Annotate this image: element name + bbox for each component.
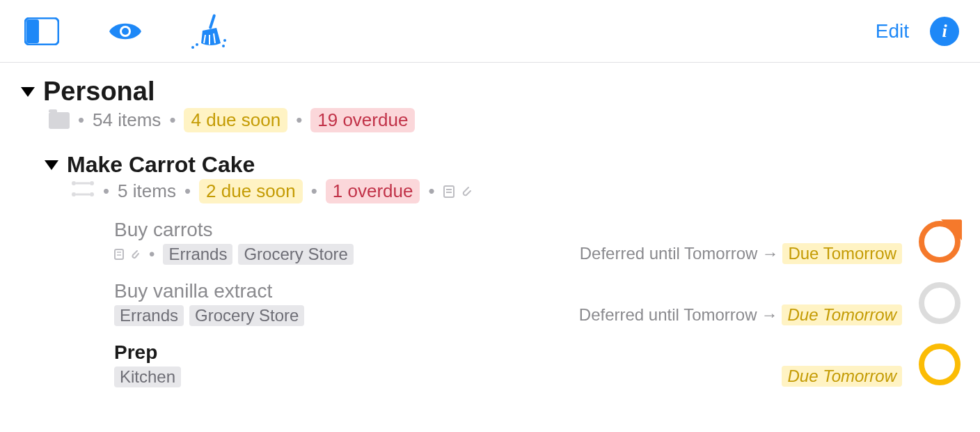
edit-button[interactable]: Edit (876, 20, 909, 43)
svg-rect-5 (209, 13, 216, 29)
task-status-circle[interactable] (919, 282, 961, 324)
svg-rect-1 (26, 20, 39, 43)
disclosure-triangle-icon[interactable] (45, 160, 58, 170)
note-icon (443, 185, 455, 198)
svg-point-10 (72, 181, 76, 185)
task-tag[interactable]: Errands (163, 244, 232, 265)
sidebar-toggle-icon[interactable] (21, 10, 63, 52)
task-title: Buy carrots (114, 219, 580, 241)
parallel-project-icon (71, 180, 95, 203)
task-meta: ErrandsGrocery Store (114, 305, 579, 326)
svg-point-15 (90, 192, 94, 196)
separator-dot: • (293, 109, 305, 131)
overdue-pill: 1 overdue (326, 179, 420, 203)
task-due-pill: Due Tomorrow (782, 366, 902, 387)
note-icon (114, 249, 124, 260)
task-row[interactable]: PrepKitchenDue Tomorrow (114, 341, 966, 387)
project-item-count: 5 items (118, 180, 176, 202)
folder-meta: • 54 items • 4 due soon • 19 overdue (49, 108, 966, 132)
svg-point-4 (122, 28, 129, 35)
toolbar-left (21, 10, 230, 52)
separator-dot: • (308, 180, 320, 202)
tasks-list: Buy carrots•ErrandsGrocery StoreDeferred… (45, 219, 966, 387)
task-due-pill: Due Tomorrow (782, 304, 902, 325)
separator-dot: • (182, 180, 193, 202)
attachment-icon (460, 185, 473, 198)
project-header[interactable]: Make Carrot Cake (45, 152, 966, 178)
arrow-icon: → (761, 244, 778, 263)
task-due-pill: Due Tomorrow (782, 243, 902, 264)
info-button[interactable]: i (930, 17, 959, 46)
task-defer-text: Deferred until Tomorrow (580, 244, 758, 263)
svg-point-8 (222, 45, 225, 47)
separator-dot: • (166, 109, 178, 131)
project-title: Make Carrot Cake (67, 152, 255, 178)
task-row[interactable]: Buy vanilla extractErrandsGrocery StoreD… (114, 280, 966, 326)
separator-dot: • (100, 180, 112, 202)
task-status-circle[interactable] (919, 344, 961, 385)
disclosure-triangle-icon[interactable] (21, 87, 35, 97)
task-dates: Deferred until Tomorrow→Due Tomorrow (579, 281, 902, 325)
task-defer-text: Deferred until Tomorrow (579, 305, 757, 325)
task-left: Buy carrots•ErrandsGrocery Store (114, 219, 580, 265)
svg-point-6 (196, 43, 198, 46)
toolbar: Edit i (0, 0, 980, 63)
cleanup-broom-icon[interactable] (188, 10, 230, 52)
svg-marker-2 (45, 27, 51, 36)
svg-point-9 (223, 39, 226, 42)
toolbar-right: Edit i (876, 17, 959, 46)
svg-rect-19 (115, 249, 123, 259)
overdue-pill: 19 overdue (310, 108, 415, 132)
task-meta: Kitchen (114, 367, 782, 387)
arrow-icon: → (761, 305, 777, 325)
task-status-circle[interactable] (919, 221, 961, 263)
task-left: PrepKitchen (114, 341, 782, 387)
task-left: Buy vanilla extractErrandsGrocery Store (114, 280, 579, 326)
task-title: Prep (114, 341, 782, 364)
folder-header[interactable]: Personal (21, 77, 966, 107)
due-soon-pill: 4 due soon (184, 108, 287, 132)
task-right: Deferred until Tomorrow→Due Tomorrow (580, 219, 966, 264)
task-tag[interactable]: Errands (114, 305, 184, 326)
task-right: Due Tomorrow (782, 342, 966, 387)
eye-icon[interactable] (104, 10, 146, 52)
folder-item-count: 54 items (93, 109, 161, 131)
separator-dot: • (425, 180, 437, 202)
attachment-icon (129, 249, 141, 260)
due-soon-pill: 2 due soon (199, 179, 303, 203)
task-right: Deferred until Tomorrow→Due Tomorrow (579, 281, 966, 325)
folder-icon (49, 112, 70, 129)
svg-point-7 (191, 46, 194, 49)
content-area: Personal • 54 items • 4 due soon • 19 ov… (0, 63, 980, 387)
folder-title: Personal (43, 77, 155, 107)
project-block: Make Carrot Cake • 5 items • 2 due soon … (45, 152, 966, 387)
task-row[interactable]: Buy carrots•ErrandsGrocery StoreDeferred… (114, 219, 966, 265)
task-dates: Deferred until Tomorrow→Due Tomorrow (580, 219, 902, 264)
svg-point-13 (72, 192, 76, 196)
task-tag[interactable]: Grocery Store (238, 244, 353, 265)
svg-point-12 (90, 181, 94, 185)
task-meta: •ErrandsGrocery Store (114, 244, 580, 265)
task-tag[interactable]: Kitchen (114, 367, 181, 387)
task-dates: Due Tomorrow (782, 342, 902, 387)
separator-dot: • (146, 245, 157, 264)
task-tag[interactable]: Grocery Store (189, 305, 304, 326)
task-title: Buy vanilla extract (114, 280, 579, 302)
project-meta: • 5 items • 2 due soon • 1 overdue • (71, 179, 966, 203)
separator-dot: • (75, 109, 87, 131)
